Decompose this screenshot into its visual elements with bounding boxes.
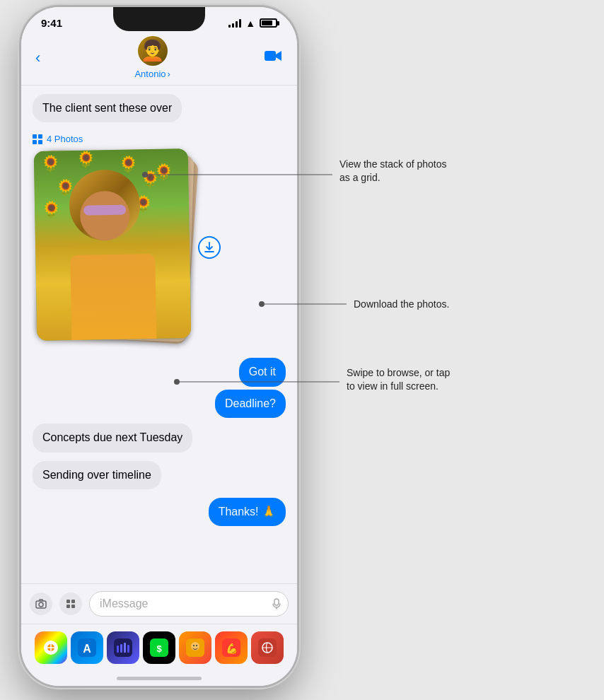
input-bar: iMessage bbox=[21, 583, 297, 624]
message-row: Thanks! 🙏 bbox=[33, 498, 286, 526]
avatar: 🧑‍🦱 bbox=[138, 36, 168, 66]
outgoing-bubble-deadline[interactable]: Deadline? bbox=[215, 390, 286, 418]
tray-cash-button[interactable]: $ bbox=[143, 631, 175, 664]
camera-button[interactable] bbox=[30, 593, 52, 615]
svg-text:to view in full screen.: to view in full screen. bbox=[347, 380, 439, 392]
wifi-icon: ▲ bbox=[245, 18, 255, 29]
status-time: 9:41 bbox=[41, 17, 62, 29]
svg-text:as a grid.: as a grid. bbox=[339, 172, 381, 183]
svg-text:Swipe to browse, or tap: Swipe to browse, or tap bbox=[347, 367, 451, 378]
photo-count-label: 4 Photos bbox=[33, 134, 195, 144]
message-input[interactable]: iMessage bbox=[89, 591, 289, 617]
download-button[interactable] bbox=[198, 236, 221, 259]
photo-stack[interactable]: 4 Photos 🌻 🌻 bbox=[33, 134, 195, 346]
svg-text:💪: 💪 bbox=[226, 643, 238, 655]
tray-web-button[interactable] bbox=[251, 631, 284, 664]
back-button[interactable]: ‹ bbox=[35, 49, 40, 67]
nav-bar: ‹ 🧑‍🦱 Antonio › bbox=[21, 33, 297, 86]
outgoing-bubble-gotit[interactable]: Got it bbox=[239, 358, 286, 386]
contact-info[interactable]: 🧑‍🦱 Antonio › bbox=[134, 36, 170, 79]
photo-count-text: 4 Photos bbox=[47, 134, 83, 144]
incoming-bubble[interactable]: The client sent these over bbox=[33, 94, 182, 122]
status-icons: ▲ bbox=[228, 18, 277, 29]
svg-rect-14 bbox=[117, 646, 119, 653]
svg-rect-3 bbox=[66, 600, 70, 603]
apps-button[interactable] bbox=[59, 593, 82, 615]
svg-point-2 bbox=[39, 602, 43, 607]
svg-text:Download the photos.: Download the photos. bbox=[354, 298, 449, 310]
message-row: The client sent these over bbox=[33, 94, 286, 122]
svg-rect-13 bbox=[114, 638, 132, 657]
incoming-bubble-concepts[interactable]: Concepts due next Tuesday bbox=[33, 424, 192, 452]
svg-text:View the stack of photos: View the stack of photos bbox=[339, 158, 447, 170]
photo-card-front[interactable]: 🌻 🌻 🌻 🌻 🌻 🌻 🌻 🌻 🌻 bbox=[34, 149, 192, 342]
svg-text:A: A bbox=[83, 643, 91, 655]
message-row: Concepts due next Tuesday bbox=[33, 424, 286, 452]
app-tray: A $ bbox=[21, 624, 297, 671]
svg-point-23 bbox=[196, 645, 197, 646]
phone-frame: 9:41 ▲ ‹ 🧑‍🦱 bbox=[21, 7, 297, 686]
photo-stack-wrapper[interactable]: 🌻 🌻 🌻 🌻 🌻 🌻 🌻 🌻 🌻 bbox=[33, 148, 195, 346]
battery-icon bbox=[260, 18, 277, 28]
person-body bbox=[70, 254, 156, 340]
outgoing-message-group: Got it Deadline? bbox=[33, 358, 286, 418]
tray-soundcloud-button[interactable] bbox=[107, 631, 139, 664]
tray-appstore-button[interactable]: A bbox=[71, 631, 103, 664]
svg-rect-0 bbox=[265, 51, 276, 61]
home-indicator bbox=[21, 671, 297, 686]
svg-rect-15 bbox=[120, 644, 122, 653]
svg-rect-7 bbox=[274, 599, 279, 605]
svg-rect-5 bbox=[66, 605, 70, 608]
messages-area: The client sent these over 4 Photos bbox=[21, 86, 297, 583]
tray-photos-button[interactable] bbox=[35, 631, 67, 664]
notch bbox=[113, 7, 205, 31]
signal-icon bbox=[228, 19, 241, 28]
video-call-button[interactable] bbox=[265, 49, 283, 66]
sunglasses bbox=[83, 205, 126, 216]
svg-point-22 bbox=[193, 645, 194, 646]
outgoing-bubble-thanks[interactable]: Thanks! 🙏 bbox=[209, 498, 286, 526]
svg-text:$: $ bbox=[156, 643, 162, 654]
tray-memoji-button[interactable] bbox=[179, 631, 211, 664]
photo-scene: 🌻 🌻 🌻 🌻 🌻 🌻 🌻 🌻 🌻 bbox=[34, 149, 192, 342]
incoming-bubble-timeline[interactable]: Sending over timeline bbox=[33, 461, 161, 489]
message-placeholder: iMessage bbox=[100, 597, 262, 610]
tray-fitness-button[interactable]: 💪 bbox=[215, 631, 248, 664]
svg-rect-4 bbox=[71, 600, 75, 603]
svg-rect-16 bbox=[124, 643, 126, 653]
message-row: Sending over timeline bbox=[33, 461, 286, 489]
svg-rect-17 bbox=[127, 645, 129, 653]
photo-stack-message: 4 Photos 🌻 🌻 bbox=[33, 131, 286, 349]
contact-chevron: › bbox=[168, 69, 170, 79]
contact-name: Antonio bbox=[134, 69, 165, 79]
svg-rect-6 bbox=[71, 605, 75, 608]
grid-icon bbox=[33, 134, 42, 144]
